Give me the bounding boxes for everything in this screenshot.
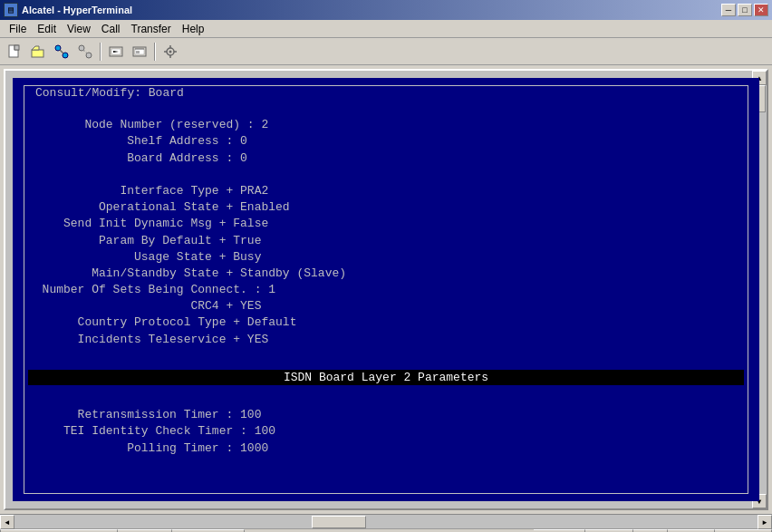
line-country: Country Protocol Type + Default	[28, 314, 744, 331]
main-area: ▲ ▼ Consult/Modify: Board Node Number (r…	[0, 65, 772, 514]
line-blank1	[28, 167, 744, 183]
line-crc4: CRC4 + YES	[28, 298, 744, 314]
scroll-right-button[interactable]: ►	[758, 515, 772, 529]
line-node: Node Number (reserved) : 2	[28, 117, 744, 133]
scroll-thumb-h[interactable]	[312, 516, 366, 528]
separator-2	[154, 43, 156, 61]
terminal-container: ▲ ▼ Consult/Modify: Board Node Number (r…	[0, 65, 772, 514]
line-interface: Interface Type + PRA2	[28, 183, 744, 199]
line-tei: TEI Identity Check Timer : 100	[28, 423, 744, 440]
svg-line-6	[60, 50, 63, 53]
menu-call[interactable]: Call	[96, 22, 126, 36]
horizontal-scrollbar[interactable]: ◄ ►	[0, 514, 772, 528]
line-retrans: Retransmission Timer : 100	[28, 407, 744, 423]
line-usage: Usage State + Busy	[28, 249, 744, 266]
terminal-frame: ▲ ▼ Consult/Modify: Board Node Number (r…	[4, 69, 768, 510]
title-bar-controls: ─ □ ✕	[721, 4, 768, 16]
separator-1	[100, 43, 101, 61]
menu-edit[interactable]: Edit	[32, 22, 62, 36]
new-button[interactable]	[4, 42, 25, 62]
status-bar: Connected 15:39:03 VT100 9600 8-N-1 SCRO…	[0, 528, 772, 532]
maximize-button[interactable]: □	[738, 4, 752, 16]
svg-point-18	[169, 50, 172, 53]
line-polling: Polling Timer : 1000	[28, 440, 744, 457]
scroll-track-h[interactable]	[14, 515, 758, 528]
svg-line-9	[83, 50, 87, 53]
title-bar-left: ▤ Alcatel - HyperTerminal	[4, 3, 132, 17]
menu-transfer[interactable]: Transfer	[126, 22, 177, 36]
properties-button[interactable]	[159, 42, 181, 62]
svg-rect-16	[136, 51, 140, 53]
connect-button[interactable]	[51, 42, 72, 62]
svg-rect-1	[14, 45, 19, 50]
line-sendinit: Send Init Dynamic Msg + False	[28, 216, 744, 232]
line-blank3	[28, 391, 744, 407]
app-icon: ▤	[4, 3, 18, 17]
scroll-left-button[interactable]: ◄	[0, 515, 14, 529]
line-shelf: Shelf Address : 0	[28, 133, 744, 150]
isdn-header-text: ISDN Board Layer 2 Parameters	[284, 371, 488, 384]
line-main: Main/Standby State + Standby (Slave)	[28, 266, 744, 282]
menu-help[interactable]: Help	[177, 22, 210, 36]
toolbar	[0, 38, 772, 65]
close-button[interactable]: ✕	[754, 4, 768, 16]
svg-rect-2	[32, 50, 43, 57]
line-blank2	[28, 348, 744, 364]
open-button[interactable]	[27, 42, 49, 62]
line-1	[28, 101, 744, 117]
menu-file[interactable]: File	[4, 22, 32, 36]
title-bar: ▤ Alcatel - HyperTerminal ─ □ ✕	[0, 0, 772, 20]
receive-button[interactable]	[129, 42, 150, 62]
window-title: Alcatel - HyperTerminal	[22, 5, 132, 15]
terminal-content: Consult/Modify: Board Node Number (reser…	[13, 78, 759, 501]
disconnect-button[interactable]	[74, 42, 96, 62]
menu-bar: File Edit View Call Transfer Help	[0, 20, 772, 38]
svg-marker-3	[32, 46, 39, 50]
isdn-header: ISDN Board Layer 2 Parameters	[28, 370, 744, 385]
send-button[interactable]	[105, 42, 127, 62]
frame-label: Consult/Modify: Board	[32, 86, 188, 100]
line-oper: Operational State + Enabled	[28, 199, 744, 216]
line-param: Param By Default + True	[28, 233, 744, 249]
line-incidents: Incidents Teleservice + YES	[28, 332, 744, 348]
line-board: Board Address : 0	[28, 150, 744, 167]
line-numsets: Number Of Sets Being Connect. : 1	[28, 282, 744, 298]
menu-view[interactable]: View	[62, 22, 96, 36]
minimize-button[interactable]: ─	[721, 4, 736, 16]
